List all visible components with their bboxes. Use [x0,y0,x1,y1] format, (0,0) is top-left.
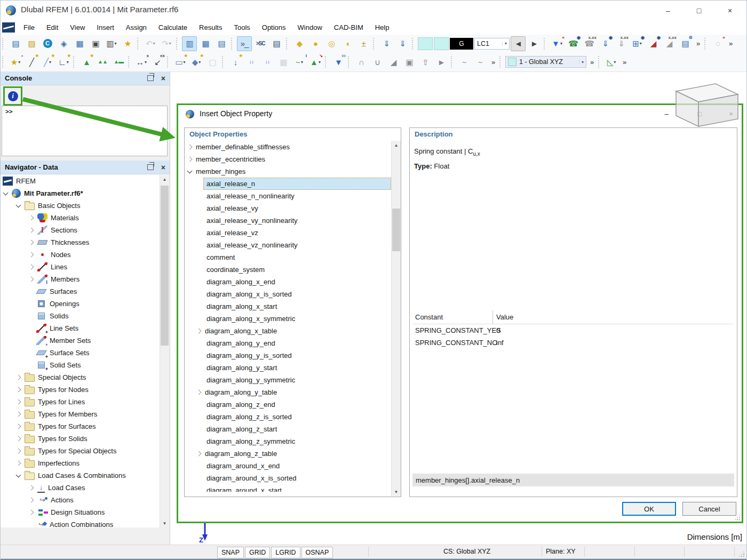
console-output[interactable]: >> [2,106,168,156]
chevron-right-icon[interactable] [16,375,21,380]
tree-item-surfaces[interactable]: Surfaces [1,285,160,298]
tree-item-imperfections[interactable]: Imperfections [1,457,160,469]
new-member-button[interactable]: ╱★▾ [40,54,55,69]
property-item-axial-release-vy-nonlinearity[interactable]: axial_release_vy_nonlinearity [185,214,392,227]
chevron-right-icon[interactable] [16,461,21,466]
chevron-down-icon[interactable]: ▾ [502,41,507,46]
statusbar-toggle-snap[interactable]: SNAP [217,547,244,558]
tree-item-types-for-members[interactable]: Types for Members [1,408,160,420]
menu-view[interactable]: View [64,21,91,34]
tree-item-actions[interactable]: Actions [1,494,160,506]
model-manager-icon[interactable]: ◈ [56,36,71,51]
more-render-button[interactable]: » [489,55,497,69]
tree-item-rfem[interactable]: RFEM [1,175,160,187]
new-free-load-button[interactable]: ▦ [276,54,291,69]
save-button[interactable]: ▣ [88,36,103,51]
chevron-right-icon[interactable] [29,510,34,515]
property-item-diagram-along-z-symmetric[interactable]: diagram_along_z_symmetric [185,435,392,447]
tree-item-lines[interactable]: Lines [1,261,160,273]
new-nodal-support-button[interactable]: ▲★ [79,54,94,69]
select-special-tool[interactable]: ± [356,36,371,51]
property-item-diagram-along-z-is-sorted[interactable]: diagram_along_z_is_sorted [185,411,392,423]
property-item-member-eccentricities[interactable]: member_eccentricities [185,153,392,165]
coordinate-system-combo[interactable]: 1 - Global XYZ▾ [505,56,586,68]
load-distribution-icon[interactable]: ⇓ [395,36,410,51]
chevron-right-icon[interactable] [16,412,21,417]
statusbar-toggle-lgrid[interactable]: LGRID [271,547,300,558]
property-item-comment[interactable]: comment [185,251,392,263]
menu-tools[interactable]: Tools [228,21,256,34]
chevron-down-icon[interactable]: ▾ [169,41,171,46]
console-info-button[interactable]: i [3,86,22,106]
dialog-close-button[interactable]: × [723,108,739,119]
chevron-down-icon[interactable] [16,202,21,207]
new-member-hinge-button[interactable]: ~I▾ [292,54,307,69]
undo-button[interactable]: ↶▾ [143,36,158,51]
close-panel-icon[interactable]: × [161,163,165,172]
property-item-diagram-along-z-start[interactable]: diagram_along_z_start [185,423,392,435]
tree-item-solids[interactable]: Solids [1,310,160,322]
chevron-right-icon[interactable] [29,277,34,282]
property-item-diagram-along-x-symmetric[interactable]: diagram_along_x_symmetric [185,313,392,325]
property-item-axial-release-vz-nonlinearity[interactable]: axial_release_vz_nonlinearity [185,239,392,251]
chevron-right-icon[interactable] [29,228,34,233]
property-item-diagram-along-x-start[interactable]: diagram_along_x_start [185,300,392,313]
load-visibility-icon[interactable]: ⇓◉ [598,36,613,51]
scroll-down-icon[interactable]: ▼ [392,487,401,496]
zoom-deactivate-button[interactable]: ◌× [710,36,725,51]
statusbar-toggle-grid[interactable]: GRID [245,547,270,558]
chevron-right-icon[interactable] [16,436,21,442]
fly-mode-icon[interactable]: ► [434,54,449,69]
load-type-g-box[interactable]: G [450,38,473,50]
property-item-diagram-along-y-table[interactable]: diagram_along_y_table [185,386,392,398]
chevron-right-icon[interactable] [29,485,34,491]
chevron-right-icon[interactable] [16,399,21,405]
scroll-up-icon[interactable]: ▲ [392,141,401,149]
chevron-right-icon[interactable] [29,265,34,270]
minimize-button[interactable]: – [656,1,680,20]
tree-item-types-for-surfaces[interactable]: Types for Surfaces [1,420,160,433]
color-swatch-2[interactable] [434,37,449,50]
tree-item-members[interactable]: Members [1,273,160,285]
dlubal-center-icon[interactable]: C [40,36,55,51]
chevron-right-icon[interactable] [29,215,34,221]
new-rigid-link-button[interactable]: ▲↘▾ [308,54,323,69]
render-texture-icon[interactable]: ▣ [402,54,417,69]
work-plane-button[interactable]: ◺▾ [604,54,619,69]
tree-item-types-for-lines[interactable]: Types for Lines [1,396,160,408]
chevron-right-icon[interactable] [16,449,21,454]
scrollbar-thumb[interactable] [392,209,400,251]
new-member-load-button[interactable]: ↓↓ [260,54,275,69]
property-item-diagram-around-x-end[interactable]: diagram_around_x_end [185,460,392,472]
visibility-filter-button[interactable]: ▼▭ [331,54,346,69]
camera-person-icon[interactable]: ⇧ [418,54,433,69]
panel-toggle[interactable]: ▤ [269,36,284,51]
next-load-case-button[interactable]: ► [527,36,542,51]
scroll-up-icon[interactable]: ▲ [160,175,169,183]
print-button[interactable]: ▥▾ [104,36,119,51]
render-wireframe-icon[interactable]: ∩ [354,54,369,69]
navigator-scrollbar[interactable]: ▲ ▼ [160,175,170,527]
property-item-diagram-around-x-start[interactable]: diagram_around_x_start [185,484,392,492]
filter-deactivate-button[interactable]: ▼×▾ [550,36,565,51]
tree-item-mit-parameter-rf6[interactable]: Mit Parameter.rf6* [1,187,160,199]
dialog-maximize-button[interactable]: □ [692,108,708,119]
tables-toggle[interactable]: ▦ [198,36,213,51]
load-transfer-icon[interactable]: ⇓ [379,36,394,51]
tree-item-load-cases-combinations[interactable]: Load Cases & Combinations [1,469,160,482]
spreadsheet-toggle[interactable]: ▤ [214,36,229,51]
chevron-right-icon[interactable] [16,387,21,393]
new-node-button[interactable]: ★•▾ [8,54,23,69]
new-line-load-button[interactable]: ↓↓ [244,54,259,69]
property-item-diagram-along-y-start[interactable]: diagram_along_y_start [185,362,392,374]
new-surface-support-button[interactable]: ▲▬ [111,54,126,69]
menu-results[interactable]: Results [193,21,228,34]
property-item-member-definable-stiffnesses[interactable]: member_definable_stiffnesses [185,141,392,153]
maximize-button[interactable]: □ [687,1,711,20]
select-circle-tool[interactable]: ◎ [324,36,339,51]
property-item-diagram-around-x-is-sorted[interactable]: diagram_around_x_is_sorted [185,472,392,484]
chevron-down-icon[interactable]: ▾ [18,60,20,65]
chevron-down-icon[interactable]: ▾ [153,41,155,46]
chevron-down-icon[interactable]: ▾ [67,60,69,65]
new-solid-button[interactable]: ◆★▾ [189,54,204,69]
